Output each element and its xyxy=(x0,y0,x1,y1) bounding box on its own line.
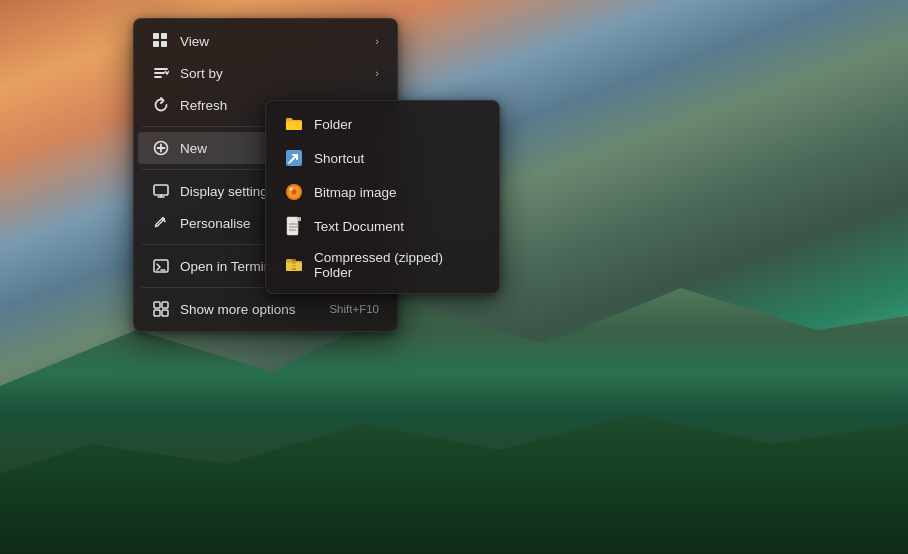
compressed-icon xyxy=(284,255,304,275)
svg-rect-2 xyxy=(153,41,159,47)
view-arrow: › xyxy=(375,35,379,47)
svg-rect-0 xyxy=(153,33,159,39)
svg-rect-30 xyxy=(292,259,296,261)
svg-point-23 xyxy=(292,190,297,195)
submenu-item-text-doc[interactable]: Text Document xyxy=(270,209,495,243)
svg-rect-33 xyxy=(292,268,296,270)
view-icon xyxy=(152,32,170,50)
menu-item-view[interactable]: View › xyxy=(138,25,393,57)
menu-item-show-more[interactable]: Show more options Shift+F10 xyxy=(138,293,393,325)
sort-by-label: Sort by xyxy=(180,66,365,81)
bitmap-icon xyxy=(284,182,304,202)
sort-by-arrow: › xyxy=(375,67,379,79)
svg-point-24 xyxy=(290,188,293,191)
view-label: View xyxy=(180,34,365,49)
svg-rect-31 xyxy=(292,262,296,264)
more-icon xyxy=(152,300,170,318)
svg-rect-17 xyxy=(162,302,168,308)
svg-rect-25 xyxy=(287,217,298,235)
svg-rect-10 xyxy=(154,185,168,195)
compressed-label: Compressed (zipped) Folder xyxy=(314,250,481,280)
show-more-shortcut: Shift+F10 xyxy=(329,303,379,315)
bitmap-label: Bitmap image xyxy=(314,185,397,200)
svg-rect-32 xyxy=(292,265,296,267)
refresh-icon xyxy=(152,96,170,114)
svg-rect-19 xyxy=(162,310,168,316)
new-icon xyxy=(152,139,170,157)
text-doc-icon xyxy=(284,216,304,236)
personalise-icon xyxy=(152,214,170,232)
svg-rect-3 xyxy=(161,41,167,47)
folder-label: Folder xyxy=(314,117,352,132)
sort-icon xyxy=(152,64,170,82)
show-more-label: Show more options xyxy=(180,302,319,317)
svg-rect-18 xyxy=(154,310,160,316)
svg-rect-1 xyxy=(161,33,167,39)
submenu-item-folder[interactable]: Folder xyxy=(270,107,495,141)
terminal-icon xyxy=(152,257,170,275)
text-doc-label: Text Document xyxy=(314,219,404,234)
menu-item-sort-by[interactable]: Sort by › xyxy=(138,57,393,89)
svg-rect-16 xyxy=(154,302,160,308)
submenu-item-compressed[interactable]: Compressed (zipped) Folder xyxy=(270,243,495,287)
display-icon xyxy=(152,182,170,200)
shortcut-label: Shortcut xyxy=(314,151,364,166)
submenu-new: Folder Shortcut Bitmap image xyxy=(265,100,500,294)
submenu-item-bitmap[interactable]: Bitmap image xyxy=(270,175,495,209)
folder-icon xyxy=(284,114,304,134)
submenu-item-shortcut[interactable]: Shortcut xyxy=(270,141,495,175)
shortcut-icon xyxy=(284,148,304,168)
